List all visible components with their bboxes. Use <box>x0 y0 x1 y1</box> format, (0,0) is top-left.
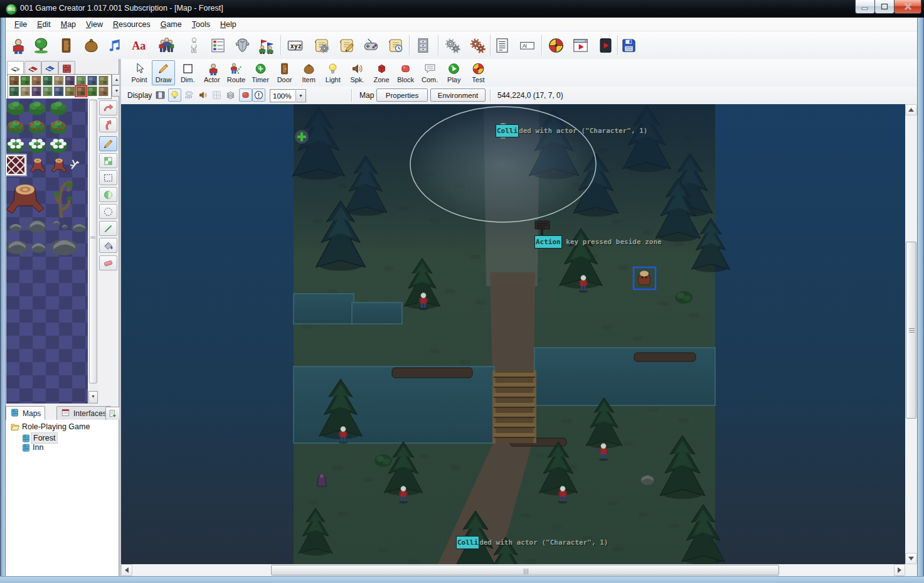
map-canvas[interactable]: Collided with actor ("Character", 1)Acti… <box>121 104 905 564</box>
palette-scroll-down[interactable]: ▼ <box>88 391 98 404</box>
tileset-strip[interactable] <box>8 74 112 99</box>
toolbar-bag-button[interactable] <box>80 34 102 56</box>
palette-scrollbar-thumb[interactable] <box>89 100 97 383</box>
tool-select-circle[interactable] <box>99 204 117 219</box>
mode-light-button[interactable]: Light <box>321 60 344 85</box>
display-film-toggle[interactable] <box>154 88 167 102</box>
left-panel: ▲ ▼ ▼ Maps Interfaces Role-Playing GameF… <box>5 59 119 576</box>
tree-item-inn[interactable]: Inn <box>21 442 45 452</box>
grid-icon <box>211 90 222 100</box>
tile-palette[interactable] <box>6 99 88 406</box>
menu-help[interactable]: Help <box>215 18 242 31</box>
menu-edit[interactable]: Edit <box>32 18 56 31</box>
tree-icon <box>33 37 50 54</box>
toolbar-script-pencil-button[interactable] <box>336 34 357 56</box>
toolbar-gears-button[interactable] <box>442 34 463 56</box>
tree-root[interactable]: Role-Playing Game <box>10 422 92 432</box>
toolbar-flags-button[interactable] <box>255 34 277 56</box>
toolbar-screen-play-button[interactable] <box>595 34 616 56</box>
mode-zone-button[interactable]: Zone <box>370 60 393 85</box>
toolbar-team-button[interactable] <box>155 34 176 56</box>
mode-com-button[interactable]: Com. <box>418 60 442 85</box>
toolbar-save-button[interactable] <box>618 34 639 56</box>
scroll-down-button[interactable] <box>905 553 917 564</box>
scroll-up-button[interactable] <box>905 104 917 115</box>
display-layers-toggle[interactable] <box>224 88 237 102</box>
mode-timer-button[interactable]: Timer <box>249 60 272 85</box>
scroll-right-button[interactable] <box>894 564 905 576</box>
tab-interfaces[interactable]: Interfaces <box>56 406 111 420</box>
toolbar-stats-list-button[interactable] <box>207 34 228 56</box>
hscroll-thumb[interactable] <box>271 565 779 575</box>
mode-point-button[interactable]: Point <box>128 60 151 85</box>
toolbar-gamepad-button[interactable] <box>360 34 381 56</box>
mode-play-button[interactable]: Play <box>442 60 465 85</box>
display-info-toggle[interactable] <box>252 88 265 102</box>
toolbar-cabinet-button[interactable] <box>412 34 433 56</box>
mode-route-button[interactable]: Route <box>225 60 248 85</box>
display-toolbar: Display100%▼MapPropertiesEnvironment544,… <box>121 87 917 105</box>
mode-draw-button[interactable]: Draw <box>152 60 175 85</box>
mode-door-button[interactable]: Door <box>273 60 296 85</box>
menu-map[interactable]: Map <box>56 18 81 31</box>
tool-line[interactable] <box>99 221 117 236</box>
tool-bucket[interactable] <box>99 238 117 253</box>
tool-fill-square[interactable] <box>99 153 117 168</box>
mode-block-button[interactable]: Block <box>394 60 417 85</box>
toolbar-font-button[interactable]: Aa <box>128 34 149 56</box>
vertical-scrollbar[interactable] <box>905 104 917 564</box>
display-bulb-toggle[interactable] <box>168 88 181 102</box>
display-sound-toggle[interactable] <box>196 88 210 102</box>
properties-button[interactable]: Properties <box>376 88 428 102</box>
tool-select-rect[interactable] <box>99 170 117 185</box>
toolbar-wheel-button[interactable] <box>545 34 566 56</box>
maximize-button[interactable] <box>874 0 895 14</box>
display-collision-toggle[interactable] <box>239 88 252 102</box>
toolbar-document-button[interactable] <box>491 34 512 56</box>
close-button[interactable] <box>894 0 921 14</box>
menu-game[interactable]: Game <box>156 18 187 31</box>
minimize-button[interactable] <box>855 0 875 14</box>
environment-button[interactable]: Environment <box>430 88 486 102</box>
toolbar-actor-button[interactable] <box>5 34 26 56</box>
menu-tools[interactable]: Tools <box>187 18 215 31</box>
script-com-icon <box>387 37 404 54</box>
mode-dim-button[interactable]: Dim. <box>176 60 199 85</box>
toolbar-window-play-button[interactable] <box>570 34 591 56</box>
toolbar-body-button[interactable] <box>183 34 204 56</box>
toolbar-xyz-button[interactable]: xyz <box>284 34 305 56</box>
toolbar-armor-button[interactable] <box>231 34 253 56</box>
mode-spk-button[interactable]: Spk. <box>346 60 369 85</box>
horizontal-scrollbar[interactable] <box>121 564 905 576</box>
toolbar-door-button[interactable] <box>55 34 77 56</box>
toolbar-tree-button[interactable] <box>30 34 51 56</box>
tool-fill-circle[interactable] <box>99 187 117 202</box>
menu-file[interactable]: File <box>9 18 32 31</box>
display-grid-toggle[interactable] <box>210 88 223 102</box>
vscroll-thumb[interactable] <box>906 242 916 419</box>
zoom-select[interactable]: 100%▼ <box>270 89 306 102</box>
toolbar-script-gear-button[interactable] <box>311 34 332 56</box>
menu-view[interactable]: View <box>81 18 108 31</box>
zoom-dropdown-arrow[interactable]: ▼ <box>295 90 305 101</box>
display-weather-toggle[interactable] <box>183 88 196 102</box>
tool-pencil[interactable] <box>99 136 117 151</box>
tab-maps[interactable]: Maps <box>6 406 45 420</box>
tool-undo[interactable] <box>99 117 117 132</box>
scroll-left-button[interactable] <box>121 564 132 576</box>
map-doc-icon <box>21 434 31 443</box>
mode-item-button[interactable]: Item <box>297 60 321 85</box>
caption-buttons <box>856 0 921 13</box>
toolbar-music-button[interactable] <box>104 34 125 56</box>
toolbar-gears-red-button[interactable] <box>467 34 488 56</box>
palette-scrollbar[interactable]: ▼ <box>88 99 98 404</box>
mode-actor-button[interactable]: Actor <box>200 60 223 85</box>
tool-eraser[interactable] <box>99 255 117 270</box>
toolbar-textfield-button[interactable]: A <box>516 34 538 56</box>
mode-test-button[interactable]: Test <box>467 60 490 85</box>
svg-text:xyz: xyz <box>290 42 301 49</box>
menu-resources[interactable]: Resources <box>108 18 156 31</box>
new-map-button[interactable] <box>105 407 120 420</box>
toolbar-script-com-button[interactable] <box>385 34 406 56</box>
tool-redo[interactable] <box>99 100 117 115</box>
